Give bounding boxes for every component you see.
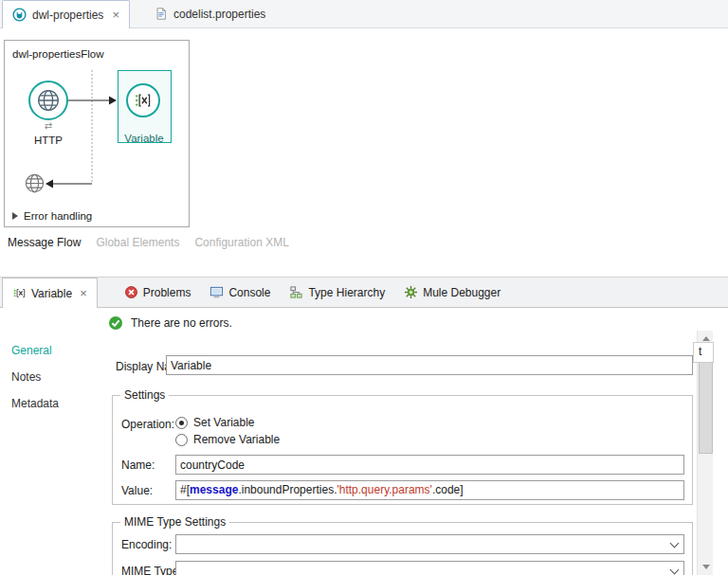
dropdown-arrow-icon[interactable] bbox=[666, 536, 682, 552]
mime-group-title: MIME Type Settings bbox=[120, 515, 229, 529]
error-handling-label: Error handling bbox=[24, 210, 92, 222]
http-connector[interactable] bbox=[28, 81, 68, 120]
name-input[interactable] bbox=[175, 455, 684, 475]
panel-tab-label: Type Hierarchy bbox=[308, 286, 385, 299]
variable-icon bbox=[133, 90, 154, 111]
expression-string: 'http.query.params' bbox=[337, 483, 431, 496]
panel-tab-label: Mule Debugger bbox=[423, 286, 500, 299]
variable-circle bbox=[126, 83, 160, 117]
panel-tab-variable[interactable]: Variable × bbox=[2, 278, 98, 308]
radio-remove-variable-label[interactable]: Remove Variable bbox=[193, 433, 280, 446]
name-label: Name: bbox=[121, 458, 155, 472]
expander-icon[interactable] bbox=[12, 212, 18, 220]
expression-part: .inboundProperties. bbox=[238, 483, 337, 496]
error-handling-section[interactable]: Error handling bbox=[12, 210, 92, 222]
editor-tab-bar: dwl-properties × codelist.properties bbox=[0, 0, 728, 28]
tooltip-fragment: t bbox=[693, 342, 714, 363]
validation-status: There are no errors. bbox=[108, 315, 232, 331]
expression-keyword: message bbox=[190, 483, 238, 496]
type-hierarchy-icon bbox=[289, 285, 303, 299]
display-name-input[interactable] bbox=[166, 355, 693, 375]
editor-tab-dwl-properties[interactable]: dwl-properties × bbox=[2, 0, 130, 28]
tab-message-flow[interactable]: Message Flow bbox=[8, 236, 81, 249]
scroll-up-icon bbox=[702, 336, 710, 341]
radio-set-variable-label[interactable]: Set Variable bbox=[193, 416, 254, 429]
tab-global-elements[interactable]: Global Elements bbox=[96, 236, 179, 249]
vertical-scrollbar[interactable] bbox=[697, 331, 713, 575]
operation-set-variable-option: Set Variable bbox=[175, 416, 254, 429]
close-view-icon[interactable]: × bbox=[80, 287, 87, 299]
properties-file-icon bbox=[155, 7, 168, 21]
tab-configuration-xml[interactable]: Configuration XML bbox=[194, 236, 288, 249]
value-label: Value: bbox=[121, 484, 153, 497]
panel-tab-problems[interactable]: Problems bbox=[115, 278, 201, 307]
scroll-down-icon bbox=[702, 565, 710, 569]
editor-tab-codelist-properties[interactable]: codelist.properties bbox=[145, 0, 275, 27]
canvas-view-tabs: Message Flow Global Elements Configurati… bbox=[8, 236, 289, 249]
variable-tab-icon bbox=[12, 286, 27, 300]
flow-container: dwl-propertiesFlow ⇄ HTTP bbox=[4, 40, 190, 227]
mule-debugger-icon bbox=[404, 285, 418, 299]
operation-remove-variable-option: Remove Variable bbox=[175, 433, 280, 446]
nav-item-notes[interactable]: Notes bbox=[0, 364, 100, 390]
panel-tab-label: Problems bbox=[143, 286, 191, 299]
http-connector-label: HTTP bbox=[20, 135, 77, 146]
scrollbar-thumb[interactable] bbox=[699, 348, 713, 454]
success-check-icon bbox=[108, 315, 123, 331]
expression-part: .code] bbox=[432, 483, 464, 496]
close-tab-icon[interactable]: × bbox=[112, 9, 119, 21]
panel-tab-mule-debugger[interactable]: Mule Debugger bbox=[394, 278, 510, 307]
encoding-select[interactable] bbox=[175, 534, 684, 554]
mime-type-label: MIME Type: bbox=[121, 565, 182, 575]
panel-tab-label: Console bbox=[228, 286, 270, 299]
settings-group: Settings Operation: Set Variable Remove … bbox=[112, 395, 693, 505]
scroll-down-button[interactable] bbox=[698, 559, 714, 575]
nav-item-general[interactable]: General bbox=[0, 337, 100, 364]
status-text: There are no errors. bbox=[131, 316, 232, 330]
panel-tab-type-hierarchy[interactable]: Type Hierarchy bbox=[280, 278, 394, 307]
value-input[interactable]: #[message.inboundProperties.'http.query.… bbox=[175, 480, 684, 500]
error-handling-connector[interactable] bbox=[24, 172, 46, 197]
mule-logo-icon bbox=[12, 8, 27, 22]
problems-icon bbox=[124, 285, 138, 299]
console-icon bbox=[209, 285, 224, 299]
radio-set-variable[interactable] bbox=[175, 417, 188, 429]
variable-connector-label: Variable bbox=[110, 133, 178, 144]
dropdown-arrow-icon[interactable] bbox=[666, 563, 682, 575]
operation-label: Operation: bbox=[121, 418, 174, 431]
settings-group-title: Settings bbox=[120, 388, 169, 402]
sync-icon: ⇄ bbox=[41, 120, 56, 131]
expression-part: #[ bbox=[180, 483, 190, 496]
radio-remove-variable[interactable] bbox=[175, 434, 188, 446]
editor-tab-label: codelist.properties bbox=[173, 8, 265, 21]
anypoint-studio-window: dwl-properties × codelist.properties dwl… bbox=[0, 0, 728, 575]
properties-section-nav: General Notes Metadata bbox=[0, 309, 100, 575]
nav-item-metadata[interactable]: Metadata bbox=[0, 390, 100, 417]
globe-icon bbox=[24, 172, 46, 194]
mime-type-select[interactable] bbox=[175, 561, 684, 575]
bottom-panel-tab-bar: Variable × Problems Console bbox=[0, 277, 728, 308]
mime-type-settings-group: MIME Type Settings Encoding: MIME Type: bbox=[112, 522, 693, 575]
globe-icon bbox=[36, 88, 61, 113]
encoding-label: Encoding: bbox=[121, 538, 172, 551]
panel-tab-label: Variable bbox=[31, 287, 72, 300]
editor-tab-label: dwl-properties bbox=[32, 9, 103, 22]
panel-tab-console[interactable]: Console bbox=[200, 278, 280, 307]
